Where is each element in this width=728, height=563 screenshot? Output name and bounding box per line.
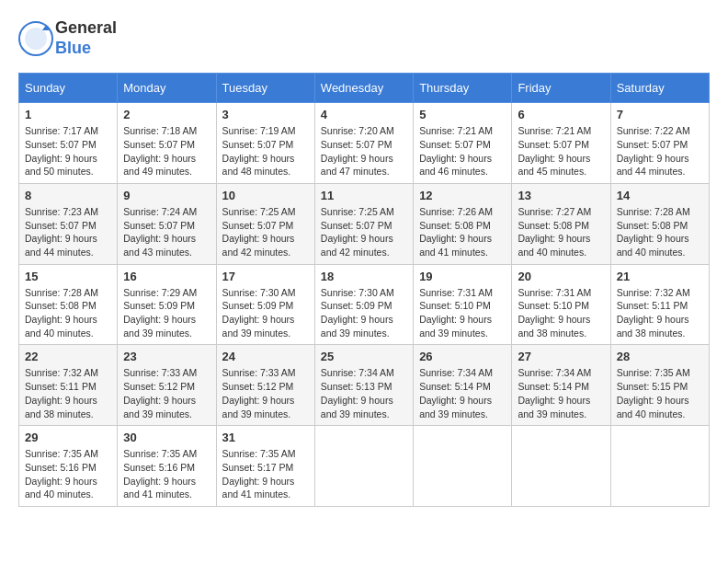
day-info: Sunrise: 7:23 AM Sunset: 5:07 PM Dayligh… [25,205,111,259]
day-info: Sunrise: 7:31 AM Sunset: 5:10 PM Dayligh… [518,286,604,340]
logo-text: General Blue [55,18,117,58]
day-number: 21 [617,270,703,283]
calendar-cell: 19 Sunrise: 7:31 AM Sunset: 5:10 PM Dayl… [414,264,512,345]
logo-blue: Blue [55,39,117,59]
calendar-cell: 20 Sunrise: 7:31 AM Sunset: 5:10 PM Dayl… [512,264,610,345]
header-day: Monday [118,74,216,103]
day-number: 8 [25,189,111,202]
day-info: Sunrise: 7:27 AM Sunset: 5:08 PM Dayligh… [518,205,604,259]
calendar-cell: 6 Sunrise: 7:21 AM Sunset: 5:07 PM Dayli… [512,103,610,184]
day-number: 16 [123,270,210,283]
day-info: Sunrise: 7:26 AM Sunset: 5:08 PM Dayligh… [419,205,506,259]
calendar-week-row: 22 Sunrise: 7:32 AM Sunset: 5:11 PM Dayl… [19,345,710,426]
day-number: 27 [518,350,604,363]
calendar-cell: 27 Sunrise: 7:34 AM Sunset: 5:14 PM Dayl… [512,345,610,426]
logo: General Blue [18,18,117,58]
day-info: Sunrise: 7:25 AM Sunset: 5:07 PM Dayligh… [321,205,407,259]
header: General Blue [18,18,710,58]
calendar-cell [314,426,413,507]
day-info: Sunrise: 7:28 AM Sunset: 5:08 PM Dayligh… [25,286,111,340]
day-info: Sunrise: 7:30 AM Sunset: 5:09 PM Dayligh… [222,286,309,340]
day-number: 17 [222,270,309,283]
day-info: Sunrise: 7:32 AM Sunset: 5:11 PM Dayligh… [617,286,703,340]
header-day: Tuesday [216,74,314,103]
day-number: 22 [25,350,111,363]
header-day: Sunday [19,74,118,103]
day-info: Sunrise: 7:20 AM Sunset: 5:07 PM Dayligh… [321,124,407,178]
calendar-cell: 16 Sunrise: 7:29 AM Sunset: 5:09 PM Dayl… [118,264,216,345]
day-number: 18 [321,270,407,283]
calendar-cell: 2 Sunrise: 7:18 AM Sunset: 5:07 PM Dayli… [118,103,216,184]
day-number: 23 [123,350,210,363]
calendar-cell: 4 Sunrise: 7:20 AM Sunset: 5:07 PM Dayli… [314,103,413,184]
day-info: Sunrise: 7:18 AM Sunset: 5:07 PM Dayligh… [123,124,210,178]
calendar-week-row: 15 Sunrise: 7:28 AM Sunset: 5:08 PM Dayl… [19,264,710,345]
day-info: Sunrise: 7:34 AM Sunset: 5:14 PM Dayligh… [419,366,506,420]
day-number: 7 [617,108,703,121]
day-number: 24 [222,350,309,363]
calendar-cell: 8 Sunrise: 7:23 AM Sunset: 5:07 PM Dayli… [19,183,118,264]
svg-point-1 [25,28,47,50]
day-number: 2 [123,108,210,121]
day-number: 25 [321,350,407,363]
day-number: 12 [419,189,506,202]
day-info: Sunrise: 7:25 AM Sunset: 5:07 PM Dayligh… [222,205,309,259]
day-info: Sunrise: 7:21 AM Sunset: 5:07 PM Dayligh… [419,124,506,178]
calendar-cell: 25 Sunrise: 7:34 AM Sunset: 5:13 PM Dayl… [314,345,413,426]
calendar-cell: 11 Sunrise: 7:25 AM Sunset: 5:07 PM Dayl… [314,183,413,264]
calendar-cell: 15 Sunrise: 7:28 AM Sunset: 5:08 PM Dayl… [19,264,118,345]
calendar-week-row: 1 Sunrise: 7:17 AM Sunset: 5:07 PM Dayli… [19,103,710,184]
day-info: Sunrise: 7:21 AM Sunset: 5:07 PM Dayligh… [518,124,604,178]
day-number: 10 [222,189,309,202]
calendar-cell: 14 Sunrise: 7:28 AM Sunset: 5:08 PM Dayl… [610,183,709,264]
day-number: 6 [518,108,604,121]
logo-graphic [18,21,53,56]
logo-svg [18,21,53,56]
header-day: Saturday [610,74,709,103]
calendar-cell [414,426,512,507]
day-info: Sunrise: 7:35 AM Sunset: 5:16 PM Dayligh… [123,447,210,501]
day-info: Sunrise: 7:32 AM Sunset: 5:11 PM Dayligh… [25,366,111,420]
day-info: Sunrise: 7:35 AM Sunset: 5:16 PM Dayligh… [25,447,111,501]
day-number: 15 [25,270,111,283]
calendar-week-row: 29 Sunrise: 7:35 AM Sunset: 5:16 PM Dayl… [19,426,710,507]
calendar-cell: 7 Sunrise: 7:22 AM Sunset: 5:07 PM Dayli… [610,103,709,184]
day-number: 30 [123,431,210,444]
day-number: 9 [123,189,210,202]
calendar-cell: 28 Sunrise: 7:35 AM Sunset: 5:15 PM Dayl… [610,345,709,426]
day-info: Sunrise: 7:30 AM Sunset: 5:09 PM Dayligh… [321,286,407,340]
day-number: 26 [419,350,506,363]
day-number: 13 [518,189,604,202]
calendar-cell: 12 Sunrise: 7:26 AM Sunset: 5:08 PM Dayl… [414,183,512,264]
calendar-cell: 5 Sunrise: 7:21 AM Sunset: 5:07 PM Dayli… [414,103,512,184]
day-info: Sunrise: 7:33 AM Sunset: 5:12 PM Dayligh… [123,366,210,420]
day-number: 14 [617,189,703,202]
day-number: 1 [25,108,111,121]
calendar-body: 1 Sunrise: 7:17 AM Sunset: 5:07 PM Dayli… [19,103,710,507]
calendar-week-row: 8 Sunrise: 7:23 AM Sunset: 5:07 PM Dayli… [19,183,710,264]
calendar-cell: 22 Sunrise: 7:32 AM Sunset: 5:11 PM Dayl… [19,345,118,426]
calendar-cell: 23 Sunrise: 7:33 AM Sunset: 5:12 PM Dayl… [118,345,216,426]
calendar-cell: 24 Sunrise: 7:33 AM Sunset: 5:12 PM Dayl… [216,345,314,426]
calendar-cell: 1 Sunrise: 7:17 AM Sunset: 5:07 PM Dayli… [19,103,118,184]
calendar-cell: 31 Sunrise: 7:35 AM Sunset: 5:17 PM Dayl… [216,426,314,507]
day-info: Sunrise: 7:24 AM Sunset: 5:07 PM Dayligh… [123,205,210,259]
day-info: Sunrise: 7:31 AM Sunset: 5:10 PM Dayligh… [419,286,506,340]
day-info: Sunrise: 7:17 AM Sunset: 5:07 PM Dayligh… [25,124,111,178]
day-number: 29 [25,431,111,444]
calendar-cell: 30 Sunrise: 7:35 AM Sunset: 5:16 PM Dayl… [118,426,216,507]
calendar-cell: 26 Sunrise: 7:34 AM Sunset: 5:14 PM Dayl… [414,345,512,426]
day-info: Sunrise: 7:35 AM Sunset: 5:17 PM Dayligh… [222,447,309,501]
day-number: 28 [617,350,703,363]
logo-container: General Blue [18,18,117,58]
header-day: Wednesday [314,74,413,103]
calendar-cell [512,426,610,507]
calendar-cell: 13 Sunrise: 7:27 AM Sunset: 5:08 PM Dayl… [512,183,610,264]
header-day: Thursday [414,74,512,103]
calendar-cell: 21 Sunrise: 7:32 AM Sunset: 5:11 PM Dayl… [610,264,709,345]
calendar-cell: 29 Sunrise: 7:35 AM Sunset: 5:16 PM Dayl… [19,426,118,507]
header-day: Friday [512,74,610,103]
day-number: 20 [518,270,604,283]
day-info: Sunrise: 7:29 AM Sunset: 5:09 PM Dayligh… [123,286,210,340]
day-info: Sunrise: 7:28 AM Sunset: 5:08 PM Dayligh… [617,205,703,259]
